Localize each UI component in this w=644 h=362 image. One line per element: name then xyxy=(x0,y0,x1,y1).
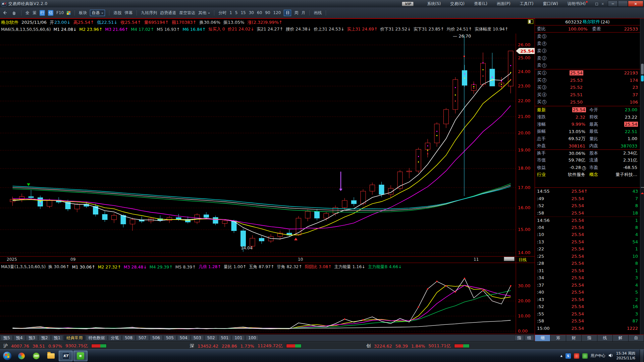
tray-app-icon-green[interactable] xyxy=(582,353,588,359)
show-desktop-button[interactable] xyxy=(640,350,643,362)
toolbar-button[interactable]: 趋势通道 xyxy=(160,10,176,16)
sell-row[interactable]: 卖4 xyxy=(535,40,640,48)
toolbar-button[interactable]: 周 xyxy=(294,10,298,16)
toolbar-button[interactable]: 行 xyxy=(40,10,45,16)
page-tab[interactable]: 506 xyxy=(150,335,163,341)
hidden-icons-arrow-icon[interactable]: ▲ xyxy=(560,354,562,357)
pan-hand-icon[interactable] xyxy=(11,10,17,16)
page-tab[interactable]: 505 xyxy=(163,335,176,341)
toolbar-button[interactable]: 日 xyxy=(284,10,291,16)
mdi-restore-icon[interactable] xyxy=(594,2,599,6)
toolbar-button[interactable] xyxy=(67,11,70,15)
minimize-button[interactable]: ─ xyxy=(608,1,618,7)
toolbar-button[interactable] xyxy=(74,10,75,15)
page-tab[interactable]: 502 xyxy=(205,335,218,341)
tick-list[interactable]: 14:55 25.54 ↑ 43 :49 25.54 7 :52 25.54 xyxy=(535,187,640,332)
taskbar-app-icon[interactable]: 360 xyxy=(29,351,43,361)
index-item[interactable]: 沪 4007.76 38.51 0.97% 9302.75亿 xyxy=(3,343,107,349)
panel-tab[interactable]: 线 xyxy=(597,335,613,341)
page-tab[interactable]: 经典常用 xyxy=(64,335,85,341)
sell-row[interactable]: 卖3 xyxy=(535,47,640,55)
toolbar-button[interactable]: 信 xyxy=(48,10,53,16)
menu-item[interactable]: 交易(Q) xyxy=(450,1,465,7)
user-center-label[interactable]: 用户中心 xyxy=(591,353,605,358)
toolbar-button[interactable] xyxy=(326,10,326,15)
taskbar-app-icon[interactable]: KT xyxy=(59,351,73,361)
toolbar-button[interactable]: 九转序列 xyxy=(141,10,157,16)
menu-item[interactable]: 工具(T) xyxy=(520,1,534,7)
toolbar-button[interactable]: 星空雷达 xyxy=(179,10,195,16)
index-item[interactable]: 创 3224.62 58.39 1.84% 5011.71亿 xyxy=(366,343,470,349)
toolbar-button[interactable]: 120 xyxy=(273,10,281,15)
page-tab[interactable]: 预1 xyxy=(51,335,63,341)
chart-horizontal-scrollbar[interactable] xyxy=(504,257,515,261)
page-tab[interactable]: 508 xyxy=(122,335,135,341)
toolbar-button[interactable]: 全 xyxy=(25,10,30,16)
menu-item[interactable]: 查看(L) xyxy=(474,1,487,7)
buy-row[interactable]: 买2 25.53 174 xyxy=(535,77,640,84)
taskbar-app-icon[interactable]: e xyxy=(73,351,88,361)
toolbar-button[interactable]: 5 xyxy=(235,10,238,15)
toolbar-button[interactable]: 其他 xyxy=(198,10,210,16)
toolbar-button[interactable] xyxy=(309,10,310,15)
panel-tab[interactable]: 指 xyxy=(582,335,597,341)
toolbar-button[interactable]: 90 xyxy=(265,10,270,15)
page-tab[interactable]: 预3 xyxy=(26,335,38,341)
sell-row[interactable]: 卖1 xyxy=(535,62,640,69)
sell-row[interactable]: 卖2 xyxy=(535,55,640,62)
panel-scrollbar[interactable]: ⊶ xyxy=(640,18,644,341)
taskbar-clock[interactable]: 15:34 周四 2025/11/6 xyxy=(616,351,637,361)
toolbar-button[interactable]: 15 xyxy=(240,10,246,15)
chart-corner-icon[interactable] xyxy=(528,19,533,24)
page-tab[interactable]: 503 xyxy=(191,335,204,341)
panel-tab[interactable]: 解 xyxy=(613,335,628,341)
close-button[interactable]: × xyxy=(628,1,643,7)
mini-tab[interactable]: 指 xyxy=(515,335,524,341)
input-method-icon[interactable]: S xyxy=(566,353,571,359)
buy-row[interactable]: 买5 25.50 106 xyxy=(535,98,640,106)
buy-row[interactable]: 买1 25.54 22193 xyxy=(535,69,640,77)
taskbar-app-icon[interactable] xyxy=(44,351,58,361)
buy-row[interactable]: 买3 25.52 23 xyxy=(535,84,640,91)
toolbar-button[interactable]: 60 xyxy=(257,10,262,15)
page-tab[interactable]: 101 xyxy=(232,335,245,341)
page-tab[interactable]: 分笔 xyxy=(108,335,121,341)
toolbar-button[interactable] xyxy=(109,10,109,15)
page-tab[interactable]: 预5 xyxy=(1,335,13,341)
menu-item[interactable]: 说明书(H) xyxy=(568,1,588,7)
panel-tab[interactable]: 财 xyxy=(566,335,582,341)
tray-app-icon-red[interactable] xyxy=(574,353,579,359)
pin-icon[interactable]: ⊶ xyxy=(641,186,644,189)
toolbar-button[interactable]: 30 xyxy=(249,10,254,15)
toolbar-button[interactable] xyxy=(137,10,137,15)
toolbar-button[interactable]: 1 xyxy=(229,10,232,15)
mini-tab[interactable]: 组 xyxy=(525,335,534,341)
maximize-button[interactable] xyxy=(618,1,628,7)
toolbar-button[interactable]: 分时 xyxy=(218,10,226,16)
toolbar-button[interactable]: 自选 xyxy=(90,10,105,16)
scroll-up-arrow-icon[interactable] xyxy=(641,191,644,194)
speaker-icon[interactable] xyxy=(608,353,613,359)
taskbar-app-icon[interactable] xyxy=(14,351,29,361)
menu-item[interactable]: 系统(S) xyxy=(427,1,441,7)
toolbar-button[interactable]: 板块 xyxy=(79,10,87,16)
panel-tab[interactable]: 自 xyxy=(629,335,644,341)
page-tab[interactable]: 501 xyxy=(218,335,231,341)
page-tab[interactable]: 预4 xyxy=(13,335,25,341)
toolbar-button[interactable]: 选股 xyxy=(113,10,121,16)
toolbar-button[interactable]: 画线 xyxy=(314,10,322,16)
scrollbar-thumb[interactable] xyxy=(641,64,644,74)
candlestick-chart[interactable]: 26.0025.0024.0023.0022.0021.0020.0019.00… xyxy=(0,33,535,334)
sell-row[interactable]: 卖5 xyxy=(535,33,640,40)
mdi-close-icon[interactable]: × xyxy=(600,2,605,6)
toolbar-button[interactable]: 策 xyxy=(33,10,37,16)
page-tab[interactable]: 预2 xyxy=(39,335,51,341)
page-tab[interactable]: 507 xyxy=(136,335,149,341)
toolbar-button[interactable]: 弹幕 xyxy=(124,10,132,16)
panel-tab[interactable]: 筹 xyxy=(550,335,566,341)
index-item[interactable]: 深 13452.42 228.86 1.73% 11249.72亿 xyxy=(190,343,302,349)
toolbar-button[interactable]: 月 xyxy=(301,10,305,16)
buy-row[interactable]: 买4 25.51 37 xyxy=(535,91,640,99)
panel-tab[interactable]: 细 xyxy=(535,335,550,341)
page-tab[interactable]: 特色数据 xyxy=(86,335,107,341)
